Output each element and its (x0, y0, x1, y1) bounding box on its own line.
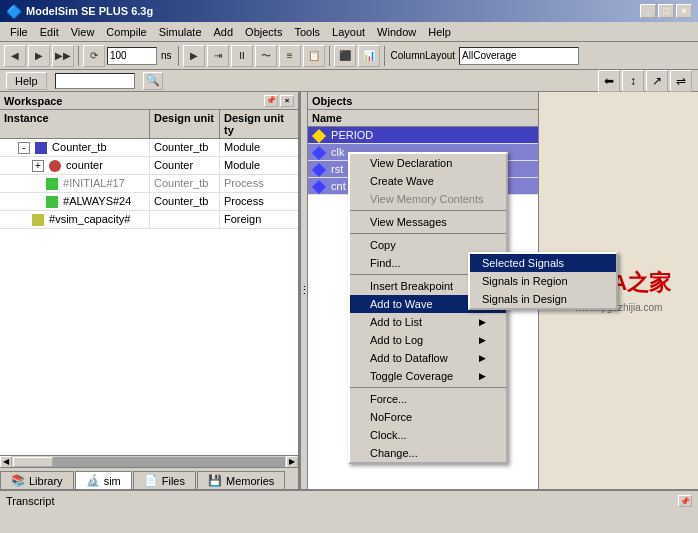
workspace-title-bar: Workspace 📌 × (0, 92, 298, 110)
menu-help[interactable]: Help (422, 24, 457, 40)
table-row[interactable]: + counter Counter Module (0, 157, 298, 175)
toolbar-back-btn[interactable]: ◀ (4, 45, 26, 67)
table-row[interactable]: - Counter_tb Counter_tb Module (0, 139, 298, 157)
close-button[interactable]: × (676, 4, 692, 18)
signal-icon-cnt (312, 180, 326, 194)
ctx-add-to-dataflow[interactable]: Add to Dataflow ▶ (350, 349, 506, 367)
ctx-view-memory: View Memory Contents (350, 190, 506, 208)
submenu-signals-design[interactable]: Signals in Design (470, 290, 616, 308)
toolbar-sep-4 (384, 46, 385, 66)
app-title: ModelSim SE PLUS 6.3g (26, 5, 153, 17)
table-row[interactable]: #ALWAYS#24 Counter_tb Process (0, 193, 298, 211)
tab-memories[interactable]: 💾 Memories (197, 471, 285, 489)
resize-handle[interactable]: ⋮ (300, 92, 308, 489)
tree-cell-unit-3: Counter_tb (150, 193, 220, 210)
ctx-view-declaration[interactable]: View Declaration (350, 154, 506, 172)
table-row[interactable]: #INITIAL#17 Counter_tb Process (0, 175, 298, 193)
expand-icon-1[interactable]: + (32, 160, 44, 172)
toolbar-stop-btn[interactable]: ⏸ (231, 45, 253, 67)
scroll-track[interactable] (13, 457, 285, 467)
toolbar-right-btn1[interactable]: ⬅ (598, 70, 620, 92)
menu-simulate[interactable]: Simulate (153, 24, 208, 40)
ctx-noforce[interactable]: NoForce (350, 408, 506, 426)
bottom-tabs: 📚 Library 🔬 sim 📄 Files 💾 Memories (0, 467, 298, 489)
main-content: Workspace 📌 × Instance Design unit Desig… (0, 92, 698, 489)
submenu-signals-region[interactable]: Signals in Region (470, 272, 616, 290)
col-instance: Instance (0, 110, 150, 138)
scroll-thumb[interactable] (13, 457, 53, 467)
signal-icon-rst (312, 163, 326, 177)
expand-icon-0[interactable]: - (18, 142, 30, 154)
toolbar-restart-btn[interactable]: ⟳ (83, 45, 105, 67)
workspace-scrollbar[interactable]: ◀ ▶ (0, 455, 298, 467)
ctx-arrow-log: ▶ (479, 335, 486, 345)
menu-edit[interactable]: Edit (34, 24, 65, 40)
help-button[interactable]: Help (6, 72, 47, 90)
scroll-right-btn[interactable]: ▶ (286, 456, 298, 468)
tree-cell-type-3: Process (220, 193, 298, 210)
menu-tools[interactable]: Tools (288, 24, 326, 40)
layout-value-input[interactable]: AllCoverage (459, 47, 579, 65)
foreign-icon-4 (32, 214, 44, 226)
menu-view[interactable]: View (65, 24, 101, 40)
tab-sim-label: sim (104, 475, 121, 487)
tab-memories-label: Memories (226, 475, 274, 487)
workspace-title: Workspace (4, 95, 63, 107)
toolbar-wave-btn[interactable]: 〜 (255, 45, 277, 67)
minimize-button[interactable]: _ (640, 4, 656, 18)
workspace-panel: Workspace 📌 × Instance Design unit Desig… (0, 92, 300, 489)
table-row[interactable]: #vsim_capacity# Foreign (0, 211, 298, 229)
ctx-arrow-list: ▶ (479, 317, 486, 327)
tab-files[interactable]: 📄 Files (133, 471, 196, 489)
tree-cell-type-0: Module (220, 139, 298, 156)
ctx-change[interactable]: Change... (350, 444, 506, 462)
toolbar-forward-btn[interactable]: ▶ (28, 45, 50, 67)
sim-time-input[interactable]: 100 (107, 47, 157, 65)
menu-objects[interactable]: Objects (239, 24, 288, 40)
toolbar-right-btn3[interactable]: ↗ (646, 70, 668, 92)
memories-icon: 💾 (208, 474, 222, 487)
tab-library[interactable]: 📚 Library (0, 471, 74, 489)
toolbar-log-btn[interactable]: 📋 (303, 45, 325, 67)
objects-title: Objects (312, 95, 352, 107)
toolbar-step-btn[interactable]: ⇥ (207, 45, 229, 67)
ctx-add-to-log[interactable]: Add to Log ▶ (350, 331, 506, 349)
ctx-sep-2 (350, 233, 506, 234)
help-search-icon-btn[interactable]: 🔍 (143, 72, 163, 90)
ctx-view-messages[interactable]: View Messages (350, 213, 506, 231)
menu-window[interactable]: Window (371, 24, 422, 40)
workspace-close-btn[interactable]: × (280, 95, 294, 107)
toolbar-break-btn[interactable]: ⬛ (334, 45, 356, 67)
toolbar-right-btn2[interactable]: ↕ (622, 70, 644, 92)
ctx-clock[interactable]: Clock... (350, 426, 506, 444)
menu-add[interactable]: Add (208, 24, 240, 40)
ctx-create-wave[interactable]: Create Wave (350, 172, 506, 190)
objects-panel: Objects 📌 × Name Value PERIOD 20 (308, 92, 698, 489)
col-design-unit: Design unit (150, 110, 220, 138)
menu-layout[interactable]: Layout (326, 24, 371, 40)
instance-icon-1 (49, 160, 61, 172)
ctx-add-to-list[interactable]: Add to List ▶ (350, 313, 506, 331)
maximize-button[interactable]: □ (658, 4, 674, 18)
scroll-left-btn[interactable]: ◀ (0, 456, 12, 468)
toolbar-list-btn[interactable]: ≡ (279, 45, 301, 67)
submenu-selected-signals[interactable]: Selected Signals (470, 254, 616, 272)
files-icon: 📄 (144, 474, 158, 487)
toolbar-forward2-btn[interactable]: ▶▶ (52, 45, 74, 67)
tree-cell-name-3: #ALWAYS#24 (0, 193, 150, 210)
toolbar-coverage-btn[interactable]: 📊 (358, 45, 380, 67)
toolbar-sep-2 (178, 46, 179, 66)
tab-files-label: Files (162, 475, 185, 487)
menu-compile[interactable]: Compile (100, 24, 152, 40)
tree-cell-name-1: + counter (0, 157, 150, 174)
transcript-pin-btn[interactable]: 📌 (678, 495, 692, 507)
toolbar-run-btn[interactable]: ▶ (183, 45, 205, 67)
help-search-input[interactable] (55, 73, 135, 89)
ctx-toggle-coverage[interactable]: Toggle Coverage ▶ (350, 367, 506, 385)
tab-sim[interactable]: 🔬 sim (75, 471, 132, 489)
tree-cell-type-2: Process (220, 175, 298, 192)
menu-file[interactable]: File (4, 24, 34, 40)
workspace-pin-btn[interactable]: 📌 (264, 95, 278, 107)
ctx-force[interactable]: Force... (350, 390, 506, 408)
toolbar-right-btn4[interactable]: ⇌ (670, 70, 692, 92)
